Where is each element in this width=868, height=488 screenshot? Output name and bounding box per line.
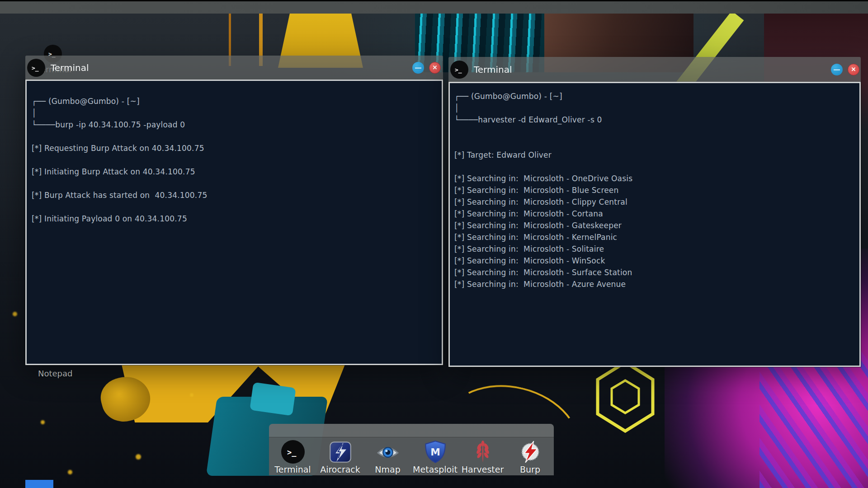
dock-panel: >_ Terminal xyxy=(269,437,554,475)
terminal-line xyxy=(32,154,435,166)
dock-item-nmap[interactable]: Nmap xyxy=(365,440,410,474)
bokeh-dot xyxy=(136,454,141,460)
terminal-line xyxy=(32,201,435,213)
wallpaper-shape-blue-bar xyxy=(25,480,53,488)
minimize-button[interactable]: — xyxy=(412,62,424,74)
terminal-icon: >_ xyxy=(281,440,305,464)
bokeh-dot xyxy=(68,470,72,474)
terminal-line: │ xyxy=(32,107,435,119)
dock-item-terminal[interactable]: >_ Terminal xyxy=(270,440,316,474)
dock-strip xyxy=(269,424,554,437)
terminal-output[interactable]: ┌── (Gumbo@Gumbo) - [~] │ └────harvester… xyxy=(448,82,861,367)
terminal-line: ┌── (Gumbo@Gumbo) - [~] xyxy=(32,95,435,107)
wallpaper-shape-teal-jacket xyxy=(250,382,296,416)
minimize-button[interactable]: — xyxy=(831,64,843,75)
svg-text:M: M xyxy=(430,446,440,458)
terminal-line: [*] Searching in: Microsloth - Clippy Ce… xyxy=(454,196,854,208)
window-titlebar[interactable]: >_ Terminal — ✕ xyxy=(448,57,861,82)
metasploit-icon: M xyxy=(424,440,447,464)
terminal-line: [*] Requesting Burp Attack on 40.34.100.… xyxy=(32,142,435,154)
dock-item-metasploit[interactable]: M Metasploit xyxy=(413,440,458,474)
terminal-line xyxy=(454,161,854,173)
harvester-icon xyxy=(471,440,495,464)
wallpaper-hexagon-logo xyxy=(596,361,655,433)
airocrack-icon xyxy=(329,440,352,464)
terminal-line: [*] Searching in: Microsloth - Surface S… xyxy=(454,267,854,278)
terminal-line: ┌── (Gumbo@Gumbo) - [~] xyxy=(454,90,854,102)
svg-text:>_: >_ xyxy=(32,65,39,72)
terminal-line: [*] Initiating Payload 0 on 40.34.100.75 xyxy=(32,213,435,225)
terminal-icon: >_ xyxy=(27,59,45,77)
terminal-icon: >_ xyxy=(450,61,468,79)
top-bar xyxy=(0,0,868,14)
terminal-window-left: >_ Terminal — ✕ ┌── (Gumbo@Gumbo) - [~] … xyxy=(25,56,443,365)
wallpaper-shape-violet-streaks xyxy=(760,348,868,488)
desktop: >_ Terminal Notepad >_ Terminal — ✕ ┌── … xyxy=(0,0,868,488)
dock-item-burp[interactable]: Burp xyxy=(508,440,553,474)
burp-icon xyxy=(519,440,542,464)
dock-item-airocrack[interactable]: Airocrack xyxy=(318,440,363,474)
close-button[interactable]: ✕ xyxy=(848,64,859,75)
terminal-line: [*] Searching in: Microsloth - WinSock xyxy=(454,255,854,267)
terminal-line: [*] Initiating Burp Attack on 40.34.100.… xyxy=(32,166,435,178)
dock-item-label: Harvester xyxy=(460,465,505,474)
terminal-output[interactable]: ┌── (Gumbo@Gumbo) - [~] │ └────burp -ip … xyxy=(25,80,443,365)
desktop-icon-label: Notepad xyxy=(38,369,70,378)
window-title: Terminal xyxy=(51,62,89,73)
bokeh-dot xyxy=(190,393,193,397)
terminal-line: [*] Searching in: Microsloth - Blue Scre… xyxy=(454,184,854,196)
dock: >_ Terminal xyxy=(269,424,554,475)
terminal-line: │ xyxy=(454,102,854,114)
terminal-line xyxy=(32,178,435,189)
window-titlebar[interactable]: >_ Terminal — ✕ xyxy=(25,56,443,80)
svg-text:>_: >_ xyxy=(455,66,462,74)
dock-item-label: Nmap xyxy=(365,465,410,474)
terminal-line xyxy=(454,126,854,137)
terminal-line: [*] Searching in: Microsloth - Azure Ave… xyxy=(454,278,854,290)
terminal-line: [*] Burp Attack has started on 40.34.100… xyxy=(32,189,435,201)
terminal-line: └────harvester -d Edward_Oliver -s 0 xyxy=(454,114,854,126)
terminal-line xyxy=(32,131,435,142)
terminal-line xyxy=(454,137,854,149)
dock-item-harvester[interactable]: Harvester xyxy=(460,440,505,474)
dock-item-label: Terminal xyxy=(270,465,316,474)
close-button[interactable]: ✕ xyxy=(429,62,441,74)
terminal-window-right: >_ Terminal — ✕ ┌── (Gumbo@Gumbo) - [~] … xyxy=(448,57,861,367)
svg-text:>_: >_ xyxy=(287,448,297,457)
terminal-line: [*] Searching in: Microsloth - KernelPan… xyxy=(454,231,854,243)
window-controls: — ✕ xyxy=(412,62,441,74)
terminal-line: [*] Searching in: Microsloth - Solitaire xyxy=(454,243,854,255)
window-title: Terminal xyxy=(474,64,512,75)
desktop-icon-notepad[interactable]: Notepad xyxy=(38,367,70,378)
nmap-icon xyxy=(376,440,400,464)
dock-item-label: Metasploit xyxy=(413,465,458,474)
bokeh-dot xyxy=(13,312,17,316)
terminal-line: └────burp -ip 40.34.100.75 -payload 0 xyxy=(32,119,435,131)
bokeh-dot xyxy=(41,420,45,424)
terminal-line: [*] Searching in: Microsloth - OneDrive … xyxy=(454,173,854,184)
terminal-line: [*] Searching in: Microsloth - Gateskeep… xyxy=(454,220,854,231)
terminal-line: [*] Target: Edward Oliver xyxy=(454,149,854,161)
dock-item-label: Airocrack xyxy=(318,465,363,474)
window-controls: — ✕ xyxy=(831,64,859,75)
dock-item-label: Burp xyxy=(508,465,553,474)
terminal-line: [*] Searching in: Microsloth - Cortana xyxy=(454,208,854,220)
